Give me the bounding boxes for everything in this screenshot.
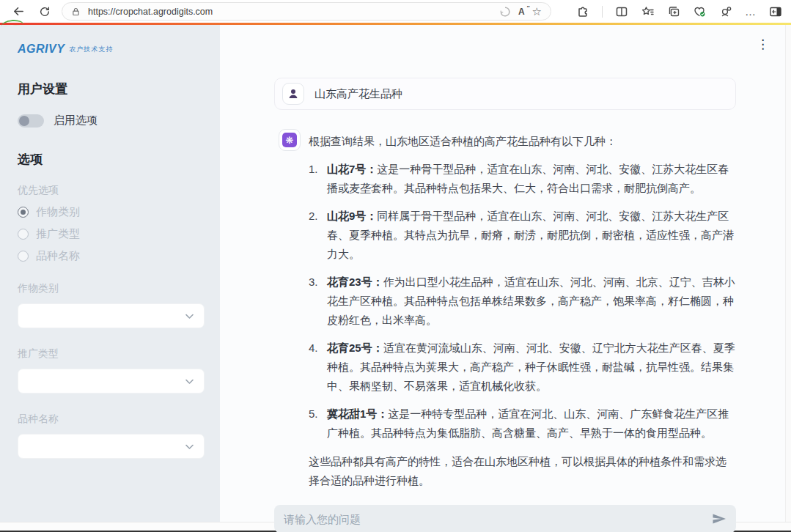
name-separator: ：: [372, 341, 383, 354]
radio-crop-category[interactable]: 作物类别: [18, 205, 204, 219]
assistant-message-body: 根据查询结果，山东地区适合种植的高产花生品种有以下几种： 1. 山花7号：这是一…: [309, 132, 736, 490]
crop-category-select[interactable]: [18, 303, 205, 328]
browser-essentials-button[interactable]: [693, 5, 707, 18]
logo-tagline: 农户技术支持: [69, 45, 113, 56]
cropchat-app: AGRIVY 农户技术支持 用户设置 启用选项 选项 优先选项 作物类别 推广类…: [0, 25, 791, 522]
profile-button[interactable]: [719, 5, 732, 18]
list-number: 3.: [309, 273, 327, 330]
options-heading: 选项: [18, 151, 204, 168]
list-item-text: 山花9号：同样属于骨干型品种，适宜在山东、河南、河北、安徽、江苏大花生产区春、夏…: [327, 207, 736, 264]
split-screen-icon: [615, 5, 628, 18]
back-icon: [12, 5, 25, 18]
user-settings-heading: 用户设置: [18, 81, 204, 97]
promotion-type-field: 推广类型: [18, 347, 204, 394]
name-separator: ：: [377, 407, 388, 420]
bot-gear-icon: ❋: [282, 133, 297, 147]
variety-name-select[interactable]: [18, 434, 205, 459]
list-number: 5.: [309, 404, 327, 443]
list-number: 4.: [309, 339, 327, 396]
toggle-knob: [19, 116, 29, 126]
browser-window: https://cropchat.agrodigits.com A ☆: [0, 0, 791, 532]
refresh-button[interactable]: [35, 2, 54, 21]
name-separator: ：: [366, 210, 377, 222]
list-number: 1.: [309, 160, 327, 198]
back-button[interactable]: [9, 2, 28, 21]
settings-more-button[interactable]: …: [745, 6, 757, 17]
variety-name-field: 品种名称: [18, 413, 204, 459]
variety-name: 冀花甜1号: [327, 407, 377, 420]
kebab-icon: ⋮: [757, 37, 769, 51]
toolbar-divider: [602, 6, 603, 18]
priority-option-label: 优先选项: [18, 184, 204, 197]
favorite-star-icon: ☆: [532, 6, 542, 17]
url-text[interactable]: https://cropchat.agrodigits.com: [88, 7, 492, 17]
list-item: 4. 花育25号：适宜在黄河流域山东、河南、河北、安徽、辽宁北方大花生产区春、夏…: [309, 339, 736, 396]
radio-label: 品种名称: [36, 249, 80, 263]
lock-icon: [71, 7, 81, 17]
sidebar-toggle-button[interactable]: [769, 6, 782, 18]
radio-button[interactable]: [18, 251, 29, 262]
browser-essentials-icon: [693, 5, 707, 18]
radio-button-selected[interactable]: [18, 207, 29, 218]
variety-desc: 作为出口型小花生品种，适宜在山东、河北、河南、北京、辽宁、吉林小花生产区种植。其…: [327, 276, 735, 326]
radio-label: 推广类型: [36, 227, 80, 241]
radio-button[interactable]: [18, 229, 29, 240]
favorite-button[interactable]: ☆: [532, 6, 542, 17]
variety-name: 山花9号: [327, 210, 366, 222]
list-item-text: 山花7号：这是一种骨干型品种，适宜在山东、河南、河北、安徽、江苏大花生区春播或麦…: [327, 160, 736, 198]
chat-main: ⋮ 山东高产花生品种 ❋ 根据查询结果，山东地区适合种植的高产花生: [220, 25, 791, 522]
user-avatar: [282, 83, 304, 105]
sidebar: AGRIVY 农户技术支持 用户设置 启用选项 选项 优先选项 作物类别 推广类…: [0, 25, 220, 522]
variety-desc: 这是一种骨干型品种，适宜在山东、河南、河北、安徽、江苏大花生区春播或麦垄套种。其…: [327, 163, 729, 194]
variety-desc: 这是一种特专型品种，适宜在河北、山东、河南、广东鲜食花生产区推广种植。其品种特点…: [327, 407, 729, 439]
page-status-button[interactable]: [499, 6, 511, 18]
split-screen-button[interactable]: [615, 5, 628, 18]
assistant-message: ❋ 根据查询结果，山东地区适合种植的高产花生品种有以下几种： 1. 山花7号：这…: [274, 132, 736, 490]
favorites-bar-button[interactable]: [641, 5, 655, 18]
chevron-down-icon: [185, 313, 194, 319]
toggle-switch[interactable]: [18, 114, 44, 128]
collections-button[interactable]: [667, 5, 680, 18]
chat-column: 山东高产花生品种 ❋ 根据查询结果，山东地区适合种植的高产花生品种有以下几种： …: [274, 78, 736, 532]
variety-name: 花育25号: [327, 341, 372, 354]
app-logo: AGRIVY 农户技术支持: [18, 43, 204, 56]
list-item: 1. 山花7号：这是一种骨干型品种，适宜在山东、河南、河北、安徽、江苏大花生区春…: [309, 160, 736, 198]
assistant-closing: 这些品种都具有高产的特性，适合在山东地区种植，可以根据具体的种植条件和需求选择合…: [309, 452, 736, 490]
enable-options-toggle-row[interactable]: 启用选项: [18, 114, 204, 128]
question-input[interactable]: [284, 513, 704, 525]
user-message-text: 山东高产花生品种: [314, 87, 402, 101]
radio-variety-name[interactable]: 品种名称: [18, 249, 204, 263]
variety-name-label: 品种名称: [18, 413, 204, 426]
crop-category-label: 作物类别: [18, 282, 204, 295]
list-item: 5. 冀花甜1号：这是一种特专型品种，适宜在河北、山东、河南、广东鲜食花生产区推…: [309, 404, 736, 443]
promotion-type-select[interactable]: [18, 369, 205, 394]
name-separator: ：: [366, 163, 377, 175]
address-bar[interactable]: https://cropchat.agrodigits.com A ☆: [62, 2, 551, 21]
crop-category-field: 作物类别: [18, 282, 204, 328]
send-icon: [712, 513, 726, 525]
list-number: 2.: [309, 207, 327, 264]
chat-input-row: [274, 505, 736, 532]
read-aloud-button[interactable]: A: [518, 7, 525, 17]
collections-icon: [667, 5, 680, 18]
radio-promotion-type[interactable]: 推广类型: [18, 227, 204, 241]
list-item-text: 花育23号：作为出口型小花生品种，适宜在山东、河北、河南、北京、辽宁、吉林小花生…: [327, 273, 736, 330]
browser-toolbar: https://cropchat.agrodigits.com A ☆: [0, 0, 791, 23]
refresh-icon: [39, 6, 51, 18]
chevron-down-icon: [185, 378, 194, 385]
list-item-text: 花育25号：适宜在黄河流域山东、河南、河北、安徽、辽宁北方大花生产区春、夏季种植…: [327, 339, 736, 396]
extensions-button[interactable]: [576, 5, 589, 18]
read-aloud-icon: A: [518, 7, 525, 17]
chat-menu-button[interactable]: ⋮: [757, 38, 769, 51]
user-message-row: 山东高产花生品种: [274, 78, 736, 110]
assistant-avatar: ❋: [279, 129, 301, 151]
assistant-intro: 根据查询结果，山东地区适合种植的高产花生品种有以下几种：: [309, 132, 736, 151]
variety-list: 1. 山花7号：这是一种骨干型品种，适宜在山东、河南、河北、安徽、江苏大花生区春…: [309, 160, 736, 443]
send-button[interactable]: [712, 513, 726, 525]
page-status-icon: [499, 6, 511, 18]
variety-name: 山花7号: [327, 163, 366, 175]
vertical-scrollbar[interactable]: [785, 25, 791, 522]
sidebar-toggle-icon: [769, 6, 782, 18]
chevron-down-icon: [185, 443, 194, 450]
toggle-label: 启用选项: [54, 114, 98, 128]
